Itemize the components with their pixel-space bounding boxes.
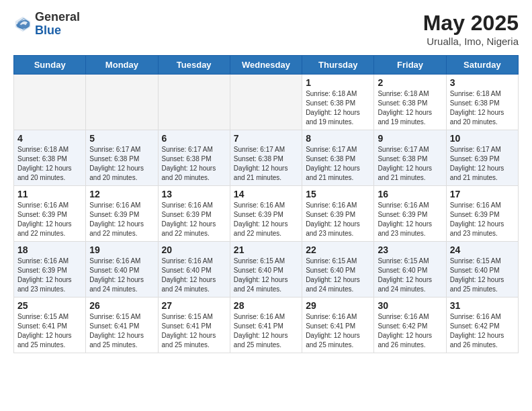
daylight-label: Daylight: 12 hours and 21 minutes. — [306, 165, 360, 181]
header-monday: Monday — [86, 56, 158, 75]
sunrise-label: Sunrise: 6:15 AM — [234, 257, 285, 265]
day-number: 28 — [234, 300, 298, 311]
header-thursday: Thursday — [302, 56, 374, 75]
header-tuesday: Tuesday — [158, 56, 230, 75]
day-number: 2 — [378, 77, 442, 88]
sunrise-label: Sunrise: 6:15 AM — [306, 257, 357, 265]
daylight-label: Daylight: 12 hours and 26 minutes. — [450, 332, 504, 349]
day-info: Sunrise: 6:15 AMSunset: 6:41 PMDaylight:… — [17, 312, 82, 350]
sunset-label: Sunset: 6:40 PM — [378, 267, 427, 274]
day-number: 15 — [306, 189, 370, 199]
day-info: Sunrise: 6:16 AMSunset: 6:39 PMDaylight:… — [17, 257, 82, 294]
day-info: Sunrise: 6:18 AMSunset: 6:38 PMDaylight:… — [306, 89, 370, 127]
daylight-label: Daylight: 12 hours and 24 minutes. — [162, 276, 216, 293]
day-info: Sunrise: 6:15 AMSunset: 6:41 PMDaylight:… — [89, 312, 154, 350]
daylight-label: Daylight: 12 hours and 25 minutes. — [17, 332, 72, 349]
sunset-label: Sunset: 6:39 PM — [450, 155, 500, 163]
day-number: 4 — [17, 133, 82, 144]
sunrise-label: Sunrise: 6:17 AM — [89, 146, 140, 153]
daylight-label: Daylight: 12 hours and 20 minutes. — [89, 165, 144, 181]
week-row-1: 1Sunrise: 6:18 AMSunset: 6:38 PMDaylight… — [14, 75, 519, 130]
sunset-label: Sunset: 6:41 PM — [162, 322, 212, 330]
title-block: May 2025 Urualla, Imo, Nigeria — [423, 11, 519, 47]
day-number: 27 — [162, 300, 226, 311]
calendar-cell: 22Sunrise: 6:15 AMSunset: 6:40 PMDayligh… — [302, 242, 374, 298]
week-row-4: 18Sunrise: 6:16 AMSunset: 6:39 PMDayligh… — [14, 242, 519, 298]
calendar-cell: 7Sunrise: 6:17 AMSunset: 6:38 PMDaylight… — [230, 130, 302, 186]
day-info: Sunrise: 6:16 AMSunset: 6:41 PMDaylight:… — [234, 312, 298, 350]
day-number: 20 — [162, 244, 226, 255]
sunrise-label: Sunrise: 6:17 AM — [450, 146, 501, 153]
sunset-label: Sunset: 6:39 PM — [89, 211, 139, 218]
week-row-3: 11Sunrise: 6:16 AMSunset: 6:39 PMDayligh… — [14, 186, 519, 242]
daylight-label: Daylight: 12 hours and 19 minutes. — [306, 109, 360, 126]
sunrise-label: Sunrise: 6:17 AM — [162, 146, 213, 153]
daylight-label: Daylight: 12 hours and 22 minutes. — [162, 220, 216, 237]
week-row-2: 4Sunrise: 6:18 AMSunset: 6:38 PMDaylight… — [14, 130, 519, 186]
day-info: Sunrise: 6:16 AMSunset: 6:39 PMDaylight:… — [89, 201, 154, 238]
sunrise-label: Sunrise: 6:18 AM — [306, 90, 357, 97]
calendar-cell: 26Sunrise: 6:15 AMSunset: 6:41 PMDayligh… — [86, 298, 158, 353]
calendar-cell: 1Sunrise: 6:18 AMSunset: 6:38 PMDaylight… — [302, 75, 374, 130]
day-info: Sunrise: 6:17 AMSunset: 6:38 PMDaylight:… — [89, 145, 154, 183]
day-info: Sunrise: 6:15 AMSunset: 6:40 PMDaylight:… — [378, 257, 442, 294]
sunrise-label: Sunrise: 6:17 AM — [234, 146, 285, 153]
logo-blue-text: Blue — [35, 24, 80, 38]
sunset-label: Sunset: 6:41 PM — [234, 322, 283, 330]
page: General Blue May 2025 Urualla, Imo, Nige… — [0, 0, 532, 364]
sunrise-label: Sunrise: 6:15 AM — [162, 313, 213, 320]
daylight-label: Daylight: 12 hours and 20 minutes. — [162, 165, 216, 181]
day-info: Sunrise: 6:16 AMSunset: 6:42 PMDaylight:… — [378, 312, 442, 350]
calendar-cell: 8Sunrise: 6:17 AMSunset: 6:38 PMDaylight… — [302, 130, 374, 186]
sunrise-label: Sunrise: 6:15 AM — [378, 257, 429, 265]
day-number: 7 — [234, 133, 298, 144]
day-number: 25 — [17, 300, 82, 311]
day-number: 19 — [89, 244, 154, 255]
sunset-label: Sunset: 6:38 PM — [378, 155, 427, 163]
week-row-5: 25Sunrise: 6:15 AMSunset: 6:41 PMDayligh… — [14, 298, 519, 353]
sunrise-label: Sunrise: 6:16 AM — [162, 201, 213, 209]
calendar-cell — [230, 75, 302, 130]
daylight-label: Daylight: 12 hours and 26 minutes. — [378, 332, 432, 349]
header-sunday: Sunday — [14, 56, 86, 75]
calendar-cell — [14, 75, 86, 130]
header-wednesday: Wednesday — [230, 56, 302, 75]
calendar-cell: 17Sunrise: 6:16 AMSunset: 6:39 PMDayligh… — [446, 186, 518, 242]
calendar-cell: 10Sunrise: 6:17 AMSunset: 6:39 PMDayligh… — [446, 130, 518, 186]
daylight-label: Daylight: 12 hours and 19 minutes. — [378, 109, 432, 126]
sunset-label: Sunset: 6:38 PM — [162, 155, 212, 163]
sunset-label: Sunset: 6:40 PM — [162, 267, 212, 274]
logo-icon — [13, 15, 32, 34]
sunset-label: Sunset: 6:42 PM — [378, 322, 427, 330]
daylight-label: Daylight: 12 hours and 23 minutes. — [378, 220, 432, 237]
calendar-cell: 30Sunrise: 6:16 AMSunset: 6:42 PMDayligh… — [374, 298, 446, 353]
day-info: Sunrise: 6:15 AMSunset: 6:40 PMDaylight:… — [450, 257, 515, 294]
daylight-label: Daylight: 12 hours and 21 minutes. — [450, 165, 504, 181]
day-number: 12 — [89, 189, 154, 199]
day-info: Sunrise: 6:17 AMSunset: 6:39 PMDaylight:… — [450, 145, 515, 183]
sunset-label: Sunset: 6:41 PM — [89, 322, 139, 330]
calendar-cell: 14Sunrise: 6:16 AMSunset: 6:39 PMDayligh… — [230, 186, 302, 242]
sunrise-label: Sunrise: 6:16 AM — [17, 201, 69, 209]
day-number: 9 — [378, 133, 442, 144]
sunset-label: Sunset: 6:38 PM — [306, 99, 355, 107]
day-number: 5 — [89, 133, 154, 144]
day-info: Sunrise: 6:16 AMSunset: 6:39 PMDaylight:… — [378, 201, 442, 238]
sunset-label: Sunset: 6:39 PM — [17, 267, 67, 274]
sunset-label: Sunset: 6:39 PM — [17, 211, 67, 218]
title-location: Urualla, Imo, Nigeria — [423, 36, 519, 47]
sunset-label: Sunset: 6:39 PM — [234, 211, 283, 218]
calendar-cell: 31Sunrise: 6:16 AMSunset: 6:42 PMDayligh… — [446, 298, 518, 353]
daylight-label: Daylight: 12 hours and 24 minutes. — [89, 276, 144, 293]
day-info: Sunrise: 6:15 AMSunset: 6:40 PMDaylight:… — [234, 257, 298, 294]
sunrise-label: Sunrise: 6:16 AM — [89, 201, 140, 209]
header-saturday: Saturday — [446, 56, 518, 75]
calendar-cell: 3Sunrise: 6:18 AMSunset: 6:38 PMDaylight… — [446, 75, 518, 130]
daylight-label: Daylight: 12 hours and 25 minutes. — [306, 332, 360, 349]
sunrise-label: Sunrise: 6:16 AM — [378, 313, 429, 320]
sunrise-label: Sunrise: 6:15 AM — [17, 313, 69, 320]
logo-general-text: General — [35, 11, 80, 24]
sunrise-label: Sunrise: 6:18 AM — [450, 90, 501, 97]
calendar-cell: 11Sunrise: 6:16 AMSunset: 6:39 PMDayligh… — [14, 186, 86, 242]
sunrise-label: Sunrise: 6:16 AM — [17, 257, 69, 265]
